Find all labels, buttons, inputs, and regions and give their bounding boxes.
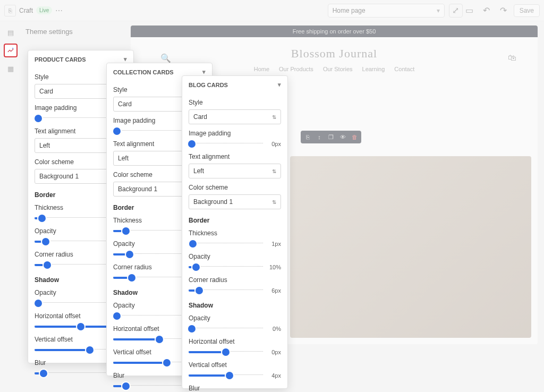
thickness-slider[interactable] [189,240,263,248]
svg-point-0 [12,48,13,49]
nav-link[interactable]: Our Stories [323,66,353,72]
h-offset-value: 0px [267,349,281,355]
image-padding-value: 0px [267,141,281,147]
image-padding-slider[interactable] [189,140,263,148]
panel-title: PRODUCT CARDS [35,56,86,63]
topbar: ⎘ Craft Live ⋯ Home page ▾ ⤢ ▭ ↶ ↷ Save [0,0,544,21]
toolbar-icon[interactable]: ❐ [326,132,336,142]
announcement-bar: Free shipping on order over $50 [131,25,538,37]
fullscreen-button[interactable]: ⤢ [449,4,463,18]
more-menu[interactable]: ⋯ [55,6,63,15]
select-arrows-icon: ⇅ [272,114,276,120]
corner-radius-slider[interactable] [189,287,263,294]
toolbar-delete-icon[interactable]: 🗑 [349,132,360,142]
chevron-down-icon[interactable]: ▾ [124,56,127,63]
undo-button[interactable]: ↶ [480,4,494,18]
color-scheme-select[interactable]: Background 1⇅ [189,194,281,209]
text-alignment-label: Text alignment [189,153,281,160]
page-selector[interactable]: Home page ▾ [328,4,445,18]
search-icon[interactable]: 🔍 [160,53,171,63]
sections-icon[interactable]: ▤ [4,25,18,39]
hero-image [290,156,531,338]
blog-cards-panel: BLOG CARDS ▾ Style Card⇅ Image padding 0… [182,75,288,389]
device-preview-button[interactable]: ▭ [463,4,477,18]
left-rail: ▤ ▦ [0,21,21,392]
toolbar-icon[interactable]: 👁 [337,132,348,142]
live-badge: Live [36,6,52,14]
page-selector-label: Home page [333,7,366,14]
thickness-label: Thickness [189,229,281,237]
h-offset-slider[interactable] [189,348,263,356]
v-offset-value: 4px [267,372,281,379]
shadow-heading: Shadow [189,302,281,309]
toolbar-icon[interactable]: ↕ [314,132,325,142]
panel-title: COLLECTION CARDS [113,69,174,75]
opacity-slider[interactable] [189,263,263,271]
v-offset-slider[interactable] [189,372,263,379]
nav-link[interactable]: Contact [394,66,414,72]
select-arrows-icon: ⇅ [272,168,276,174]
shadow-opacity-slider[interactable] [189,325,263,333]
theme-name: Craft [19,7,33,14]
v-offset-label: Vertical offset [189,361,281,369]
chevron-down-icon: ▾ [437,7,440,14]
text-alignment-select[interactable]: Left⇅ [189,164,281,178]
apps-icon[interactable]: ▦ [4,62,18,75]
image-padding-label: Image padding [189,130,281,137]
theme-settings-icon[interactable] [4,44,18,57]
nav-link[interactable]: Home [254,66,269,72]
toolbar-icon[interactable]: ⎘ [302,132,313,142]
select-arrows-icon: ⇅ [272,199,276,205]
redo-button[interactable]: ↷ [497,4,511,18]
nav-link[interactable]: Our Products [279,66,313,72]
cart-icon[interactable]: 🛍 [508,53,516,63]
panel-title: BLOG CARDS [189,82,228,88]
shadow-opacity-label: Opacity [189,314,281,322]
shadow-opacity-value: 0% [267,326,281,332]
theme-settings-heading: Theme settings [26,28,73,36]
style-label: Style [189,99,281,106]
corner-radius-label: Corner radius [189,276,281,284]
save-button[interactable]: Save [514,4,540,17]
nav-link[interactable]: Learning [362,66,385,72]
opacity-value: 10% [267,264,281,270]
blur-label: Blur [189,385,281,392]
chevron-down-icon[interactable]: ▾ [278,81,281,88]
color-scheme-label: Color scheme [189,184,281,191]
store-title: Blossom Journal [131,47,538,61]
thickness-value: 1px [267,241,281,247]
corner-radius-value: 6px [267,287,281,294]
style-select[interactable]: Card⇅ [189,109,281,124]
h-offset-label: Horizontal offset [189,338,281,345]
chevron-down-icon[interactable]: ▾ [202,69,206,75]
exit-editor-button[interactable]: ⎘ [4,5,16,16]
border-heading: Border [189,217,281,224]
opacity-label: Opacity [189,253,281,260]
